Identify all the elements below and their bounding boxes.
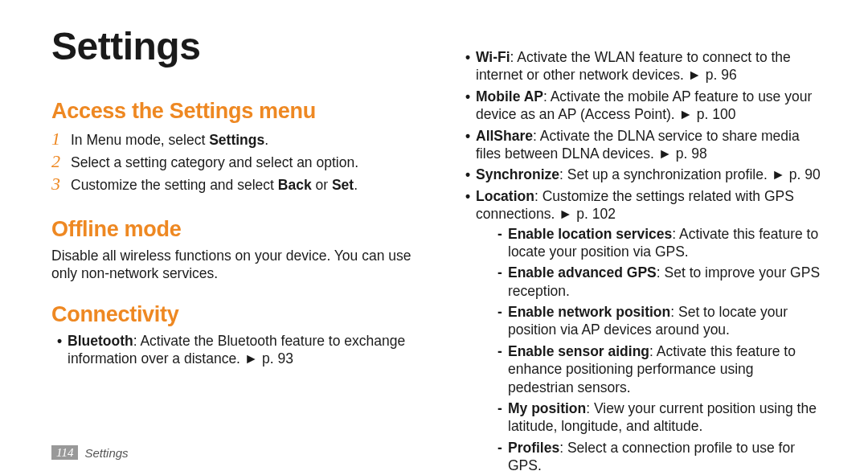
bullet-item: • Bluetooth: Activate the Bluetooth feat… — [51, 332, 428, 368]
access-steps-list: 1 In Menu mode, select Settings. 2 Selec… — [51, 129, 428, 196]
step-text: In Menu mode, select Settings. — [71, 131, 268, 149]
sub-item: -My position: View your current position… — [492, 399, 823, 436]
manual-page: Settings Access the Settings menu 1 In M… — [0, 0, 868, 471]
section-access-heading: Access the Settings menu — [51, 99, 428, 124]
step-item: 3 Customize the setting and select Back … — [51, 174, 428, 195]
bullet-text: Wi-Fi: Activate the WLAN feature to conn… — [476, 48, 823, 84]
dash-icon: - — [492, 399, 508, 436]
bullet-icon: • — [460, 127, 476, 163]
bullet-icon: • — [460, 88, 476, 124]
page-title: Settings — [51, 24, 428, 68]
bullet-text: Location: Customize the settings related… — [476, 187, 823, 471]
sub-item: -Enable network position: Set to locate … — [492, 303, 823, 339]
page-number: 114 — [51, 445, 78, 460]
bullet-item: • Location: Customize the settings relat… — [460, 187, 823, 471]
bullet-icon: • — [460, 187, 476, 471]
dash-icon: - — [492, 264, 508, 300]
offline-body: Disable all wireless functions on your d… — [51, 247, 428, 283]
sub-item: -Enable location services: Activate this… — [492, 225, 823, 261]
location-sublist: -Enable location services: Activate this… — [476, 225, 823, 471]
dash-icon: - — [492, 225, 508, 261]
bullet-item: • Synchronize: Set up a synchronization … — [460, 166, 823, 183]
step-number: 2 — [51, 151, 71, 172]
bullet-text: Bluetooth: Activate the Bluetooth featur… — [68, 332, 428, 368]
step-item: 2 Select a setting category and select a… — [51, 151, 428, 172]
sub-item: -Enable advanced GPS: Set to improve you… — [492, 264, 823, 300]
footer-crumb: Settings — [84, 446, 128, 460]
step-number: 1 — [51, 129, 71, 149]
connectivity-list-left: • Bluetooth: Activate the Bluetooth feat… — [51, 332, 428, 371]
left-column: Settings Access the Settings menu 1 In M… — [51, 24, 428, 471]
bullet-item: • Mobile AP: Activate the mobile AP feat… — [460, 88, 823, 124]
bullet-text: Mobile AP: Activate the mobile AP featur… — [476, 88, 823, 124]
dash-icon: - — [492, 303, 508, 339]
section-connectivity-heading: Connectivity — [51, 302, 428, 327]
bullet-item: • AllShare: Activate the DLNA service to… — [460, 127, 823, 163]
step-text: Select a setting category and select an … — [71, 154, 358, 172]
page-footer: 114 Settings — [51, 445, 129, 460]
bullet-text: Synchronize: Set up a synchronization pr… — [476, 166, 823, 183]
bullet-item: • Wi-Fi: Activate the WLAN feature to co… — [460, 48, 823, 84]
bullet-icon: • — [51, 332, 68, 368]
dash-icon: - — [492, 342, 508, 396]
bullet-icon: • — [460, 48, 476, 84]
step-item: 1 In Menu mode, select Settings. — [51, 129, 428, 149]
connectivity-list-right: • Wi-Fi: Activate the WLAN feature to co… — [460, 48, 823, 471]
sub-item: -Profiles: Select a connection profile t… — [492, 439, 823, 471]
section-offline-heading: Offline mode — [51, 217, 428, 242]
right-column: • Wi-Fi: Activate the WLAN feature to co… — [460, 24, 823, 471]
dash-icon: - — [492, 439, 508, 471]
bullet-icon: • — [460, 166, 476, 183]
step-number: 3 — [51, 174, 71, 195]
step-text: Customize the setting and select Back or… — [71, 176, 358, 195]
bullet-text: AllShare: Activate the DLNA service to s… — [476, 127, 823, 163]
sub-item: -Enable sensor aiding: Activate this fea… — [492, 342, 823, 396]
